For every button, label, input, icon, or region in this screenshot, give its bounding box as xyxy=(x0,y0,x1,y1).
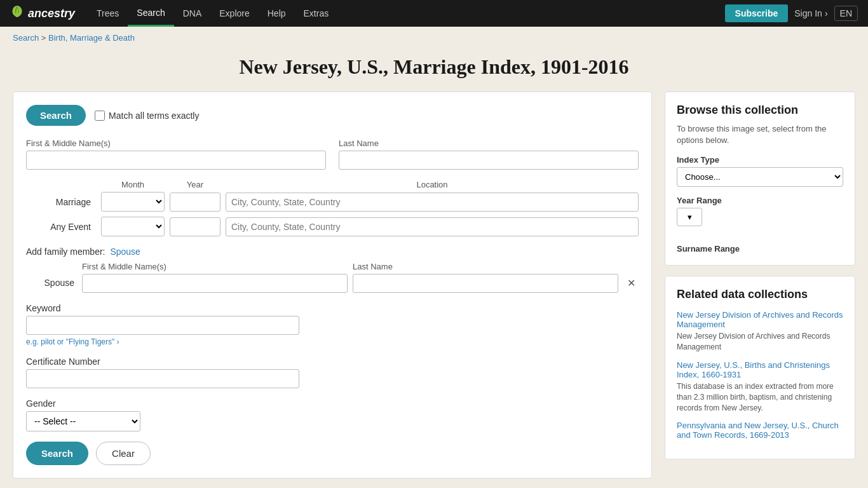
spouse-row: Spouse ✕ xyxy=(26,274,639,293)
certificate-section: Certificate Number xyxy=(26,356,639,388)
events-section: Month Year Location Marriage JanFebMar A… xyxy=(26,180,639,236)
keyword-input[interactable] xyxy=(26,316,299,335)
any-event-label: Any Event xyxy=(26,222,96,232)
spouse-last-header: Last Name xyxy=(353,262,618,271)
browse-box: Browse this collection To browse this im… xyxy=(665,92,855,266)
year-range-button[interactable]: ▾ xyxy=(677,208,702,226)
browse-title: Browse this collection xyxy=(677,104,843,117)
marriage-label: Marriage xyxy=(26,197,96,207)
certificate-label: Certificate Number xyxy=(26,356,639,367)
logo-text: ancestry xyxy=(28,7,75,20)
bottom-buttons: Search Clear xyxy=(26,442,639,465)
location-header: Location xyxy=(226,180,639,189)
spouse-last-input[interactable] xyxy=(353,274,618,293)
related-link-0[interactable]: New Jersey Division of Archives and Reco… xyxy=(677,310,843,329)
nav-dna[interactable]: DNA xyxy=(174,0,211,27)
add-family-section: Add family member: Spouse First & Middle… xyxy=(26,247,639,293)
remove-spouse-button[interactable]: ✕ xyxy=(623,277,639,293)
breadcrumb-search[interactable]: Search xyxy=(13,33,39,43)
related-item-0: New Jersey Division of Archives and Reco… xyxy=(677,310,843,353)
breadcrumb-current[interactable]: Birth, Marriage & Death xyxy=(48,33,135,43)
last-name-input[interactable] xyxy=(339,151,639,170)
main-layout: Search Match all terms exactly First & M… xyxy=(0,92,868,488)
spouse-link[interactable]: Spouse xyxy=(110,247,140,257)
any-event-row: Any Event JanFebMar AprMayJun JulAugSep … xyxy=(26,217,639,236)
index-type-label: Index Type xyxy=(677,155,843,165)
subscribe-button[interactable]: Subscribe xyxy=(725,4,789,22)
related-desc-1: This database is an index extracted from… xyxy=(677,381,843,413)
search-button-bottom[interactable]: Search xyxy=(26,442,88,465)
first-name-input[interactable] xyxy=(26,151,326,170)
first-name-label: First & Middle Name(s) xyxy=(26,139,326,148)
clear-button[interactable]: Clear xyxy=(96,442,151,465)
marriage-year-input[interactable] xyxy=(170,193,220,212)
related-desc-0: New Jersey Division of Archives and Reco… xyxy=(677,331,843,353)
spouse-first-group xyxy=(82,274,348,293)
language-selector[interactable]: EN xyxy=(834,6,858,21)
related-link-1[interactable]: New Jersey, U.S., Births and Christening… xyxy=(677,360,843,379)
event-headers: Month Year Location xyxy=(26,180,639,189)
right-panel: Browse this collection To browse this im… xyxy=(665,92,855,478)
nav-help[interactable]: Help xyxy=(259,0,295,27)
page-title: New Jersey, U.S., Marriage Index, 1901-2… xyxy=(0,55,868,79)
marriage-location-input[interactable] xyxy=(226,193,639,212)
ancestry-leaf-icon xyxy=(10,4,24,22)
related-item-2: Pennsylvania and New Jersey, U.S., Churc… xyxy=(677,421,843,440)
gender-section: Gender -- Select -- Male Female xyxy=(26,398,639,431)
search-top-bar: Search Match all terms exactly xyxy=(26,105,639,126)
related-link-2[interactable]: Pennsylvania and New Jersey, U.S., Churc… xyxy=(677,421,843,440)
surname-range-label: Surname Range xyxy=(677,244,843,254)
logo[interactable]: ancestry xyxy=(10,4,75,22)
gender-select[interactable]: -- Select -- Male Female xyxy=(26,411,140,431)
add-family-title: Add family member: Spouse xyxy=(26,247,639,257)
keyword-hint[interactable]: e.g. pilot or "Flying Tigers" › xyxy=(26,337,639,346)
search-panel: Search Match all terms exactly First & M… xyxy=(13,92,652,478)
any-event-location-input[interactable] xyxy=(226,217,639,236)
chevron-down-icon: ▾ xyxy=(688,212,692,222)
related-title: Related data collections xyxy=(677,288,843,301)
keyword-label: Keyword xyxy=(26,303,639,313)
last-name-label: Last Name xyxy=(339,139,639,148)
year-header: Year xyxy=(170,180,220,189)
any-event-month-select[interactable]: JanFebMar AprMayJun JulAugSep OctNovDec xyxy=(101,217,165,236)
spouse-label: Spouse xyxy=(26,278,77,293)
related-item-1: New Jersey, U.S., Births and Christening… xyxy=(677,360,843,413)
top-navigation: ancestry Trees Search DNA Explore Help E… xyxy=(0,0,868,27)
spouse-first-header: First & Middle Name(s) xyxy=(82,262,348,271)
match-exact-checkbox[interactable] xyxy=(95,111,105,121)
search-button-top[interactable]: Search xyxy=(26,105,86,126)
keyword-section: Keyword e.g. pilot or "Flying Tigers" › xyxy=(26,303,639,346)
nav-search[interactable]: Search xyxy=(128,0,173,27)
any-event-year-input[interactable] xyxy=(170,217,220,236)
marriage-month-select[interactable]: JanFebMar AprMayJun JulAugSep OctNovDec xyxy=(101,192,165,212)
month-header: Month xyxy=(101,180,165,189)
spouse-last-group xyxy=(353,274,618,293)
marriage-event-row: Marriage JanFebMar AprMayJun JulAugSep O… xyxy=(26,192,639,212)
nav-extras[interactable]: Extras xyxy=(295,0,338,27)
nav-trees[interactable]: Trees xyxy=(88,0,128,27)
signin-link[interactable]: Sign In › xyxy=(794,8,827,18)
first-name-group: First & Middle Name(s) xyxy=(26,139,326,170)
gender-label: Gender xyxy=(26,398,639,409)
match-exact-label[interactable]: Match all terms exactly xyxy=(95,111,199,121)
breadcrumb: Search > Birth, Marriage & Death xyxy=(0,27,868,49)
related-box: Related data collections New Jersey Divi… xyxy=(665,276,855,459)
index-type-select[interactable]: Choose... xyxy=(677,167,843,187)
browse-description: To browse this image set, select from th… xyxy=(677,123,843,146)
last-name-group: Last Name xyxy=(339,139,639,170)
nav-explore[interactable]: Explore xyxy=(210,0,258,27)
spouse-first-input[interactable] xyxy=(82,274,348,293)
nav-links: Trees Search DNA Explore Help Extras xyxy=(88,0,725,27)
year-range-label: Year Range xyxy=(677,196,843,205)
name-row: First & Middle Name(s) Last Name xyxy=(26,139,639,170)
certificate-input[interactable] xyxy=(26,369,299,388)
nav-right: Subscribe Sign In › EN xyxy=(725,4,858,22)
